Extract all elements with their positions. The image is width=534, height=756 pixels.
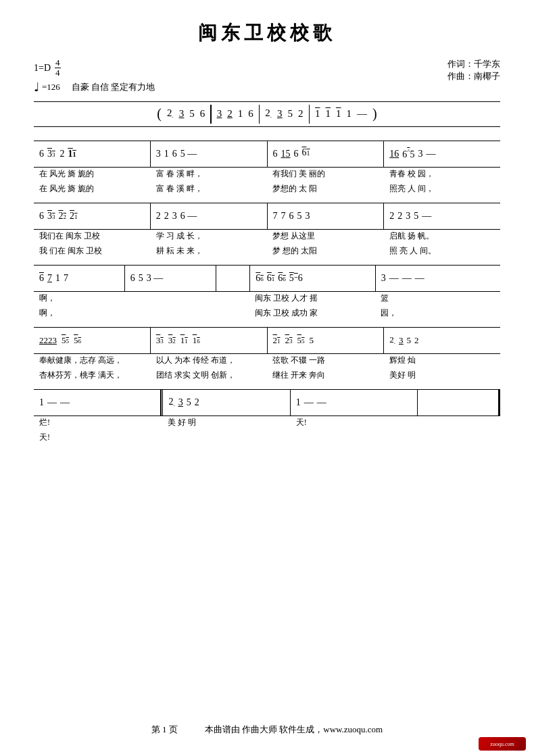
time-numerator: 4 xyxy=(55,58,61,68)
b6: 6 xyxy=(172,149,177,159)
s5lc1: 烂! xyxy=(34,416,162,430)
note-3: 3 xyxy=(179,108,185,120)
s4c21: 21 xyxy=(273,335,281,346)
d16: 16 xyxy=(389,149,399,159)
key-signature: 1=D 4 4 xyxy=(34,58,155,78)
b5dash: 5 — xyxy=(180,149,197,159)
s4lc2b: 团结 求实 文明 创新， xyxy=(151,369,268,382)
s2lc2b: 耕 耘 未 来， xyxy=(151,245,268,258)
s3lc5: 篮 xyxy=(375,292,500,305)
s5-notes: 1 — — 2· 3 5 2 1 — — xyxy=(34,389,500,416)
s3n6: 6 xyxy=(39,273,44,284)
s5b3: 3 xyxy=(178,397,183,408)
intro-section: ( 2· 3 5 6 3 2 1 6 2· 3 5 2 1 1 1 1 — xyxy=(34,101,500,141)
s3b3d: 3 — xyxy=(147,273,164,284)
note-1a: 1 xyxy=(315,108,320,120)
s2m2: 2 2 3 6 — xyxy=(151,203,268,229)
s2c7b: 7 xyxy=(281,211,286,222)
s5lc2b xyxy=(162,431,291,445)
s1-notes: 6 33 2 11 3 1 6 5 — 6 15 6 61 16 xyxy=(34,141,500,168)
s5n1: 1 xyxy=(39,397,44,408)
n6: 6 xyxy=(39,149,44,159)
d65: 6^5 xyxy=(402,148,414,160)
s2m3: 7 7 6 5 3 xyxy=(268,203,385,229)
lc3b: 梦想的 太 阳 xyxy=(267,182,384,196)
meta-row: 1=D 4 4 ♩ =126 自豪 自信 坚定有力地 作词：千学东 作曲：南椰子 xyxy=(34,58,500,95)
s2lc1b: 我 们在 闽东 卫校 xyxy=(34,245,151,258)
b1: 1 xyxy=(164,149,169,159)
s4-lyrics1: 奉献健康，志存 高远， 以人 为本 传经 布道， 弦歌 不辍 一路 辉煌 灿 xyxy=(34,354,500,368)
s5m2-dbl: 2· 3 5 2 xyxy=(161,390,290,415)
s3lc3b-empty xyxy=(216,307,249,320)
s3n7: 7 xyxy=(47,273,52,284)
s4b33: 33 xyxy=(156,335,164,346)
s3-lyrics2: 啊， 闽东 卫校 成功 家 园， xyxy=(34,307,500,320)
s4lc4b: 美好 明 xyxy=(384,369,501,382)
note-1: 1 xyxy=(238,108,243,120)
s5ndash2: — xyxy=(60,397,70,408)
s3d3: 3 xyxy=(381,273,386,284)
s2d3: 3 xyxy=(406,211,410,222)
composer: 作曲：南椰子 xyxy=(447,70,500,82)
s5lc4b xyxy=(419,431,500,445)
s4c55: 55 xyxy=(297,335,305,346)
note-2dot: 2· xyxy=(167,107,174,120)
s2d5: 5 xyxy=(414,211,418,222)
b3: 3 xyxy=(156,149,161,159)
note-2b: 2 xyxy=(227,108,233,120)
n33: 33 xyxy=(47,149,55,159)
s3n1: 1 xyxy=(55,273,60,284)
c6b: 6 xyxy=(294,149,299,159)
s1-lyrics1: 在 风光 旖 旎的 富 春 溪 畔， 有我们 美 丽的 青春 校 园， xyxy=(34,168,500,181)
s5b2dot: 2· xyxy=(168,397,174,409)
note-6b: 6 xyxy=(248,108,253,120)
s3n7b: 7 xyxy=(64,273,68,284)
s3b5: 5 xyxy=(139,273,143,284)
n11: 11 xyxy=(68,149,76,159)
key-label: 1=D xyxy=(34,63,51,74)
note-1b: 1 xyxy=(326,108,331,120)
s2n22: 22 xyxy=(59,211,67,222)
s4m1: 2223 55 56 xyxy=(34,328,151,353)
s4m4: 2· 3 5 2 xyxy=(384,328,500,353)
note-1d: 1 xyxy=(347,108,352,120)
s3lc5b: 园， xyxy=(375,307,500,320)
note-1c: 1 xyxy=(336,108,341,120)
s5lc3: 天! xyxy=(291,416,419,430)
s5m1: 1 — — xyxy=(34,390,161,415)
s2lc3b: 梦 想的 太阳 xyxy=(267,245,384,258)
s4b32: 32 xyxy=(168,335,176,346)
section1: 6 33 2 11 3 1 6 5 — 6 15 6 61 16 xyxy=(34,141,500,196)
s2lc4b: 照 亮 人 间。 xyxy=(384,245,501,258)
watermark-text: zuoqu.com xyxy=(490,741,514,747)
s5b2: 2 xyxy=(195,397,199,408)
s5m4-final xyxy=(418,390,500,415)
lc2b: 富 春 溪 畔， xyxy=(151,182,268,196)
s2d-dash: — xyxy=(422,211,431,222)
lc4: 青春 校 园， xyxy=(384,168,501,181)
m2: 3 1 6 5 — xyxy=(151,141,268,167)
s3c56: 5⌢6 xyxy=(289,273,303,284)
s4-notes: 2223 55 56 33 32 11 16 21 23 55 5 2· 3 5… xyxy=(34,327,500,354)
s5cdash2: — xyxy=(317,397,326,408)
c15: 15 xyxy=(281,149,291,159)
intro-cell: ( 2· 3 5 6 3 2 1 6 2· 3 5 2 1 1 1 1 — xyxy=(34,102,500,126)
s2b6d: 6 — xyxy=(180,211,197,222)
section4: 2223 55 56 33 32 11 16 21 23 55 5 2· 3 5… xyxy=(34,327,500,382)
section3: 6 7 1 7 6 5 3 — 66 61 66 5⌢6 3 — xyxy=(34,265,500,320)
s2lc3: 梦想 从这里 xyxy=(267,230,384,243)
footer: 第 1 页 本曲谱由 作曲大师 软件生成，www.zuoqu.com xyxy=(0,724,534,736)
s2b2b: 2 xyxy=(164,211,169,222)
d3: 3 xyxy=(418,149,422,159)
s2n21: 21 xyxy=(70,211,78,222)
s2n33: 33 xyxy=(47,211,55,222)
meta-left: 1=D 4 4 ♩ =126 自豪 自信 坚定有力地 xyxy=(34,58,155,95)
barline3 xyxy=(309,105,310,124)
s4m2: 33 32 11 16 xyxy=(151,328,268,353)
tempo-value: =126 xyxy=(42,82,60,93)
s4lc1: 奉献健康，志存 高远， xyxy=(34,354,151,368)
s2c5: 5 xyxy=(297,211,302,222)
s3d-dash2: — xyxy=(402,273,412,284)
s4d2dot: 2· xyxy=(389,334,395,347)
section2: 6 33 22 21 2 2 3 6 — 7 7 6 5 3 2 2 3 xyxy=(34,203,500,258)
